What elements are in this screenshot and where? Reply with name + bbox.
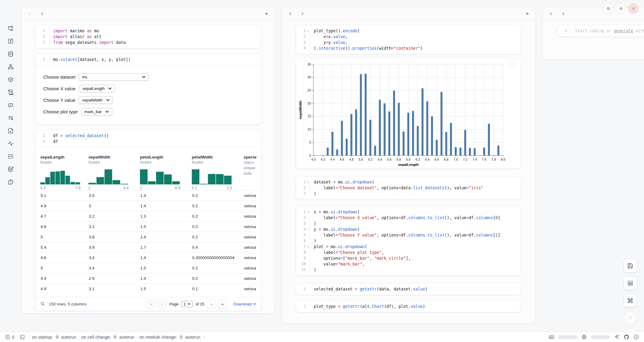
scratchpad-icon[interactable] bbox=[5, 165, 16, 174]
cell-dataset-dropdown[interactable]: 1dataset = mo.ui.dropdown(2 label="Choos… bbox=[296, 176, 521, 199]
cell-empty-editor[interactable]: 1Start coding or generate with bbox=[557, 25, 644, 37]
column-next-button[interactable] bbox=[39, 11, 45, 16]
github-icon[interactable] bbox=[624, 334, 629, 340]
code-line[interactable]: 2import altair as alt bbox=[35, 34, 261, 40]
fold-toggle-icon[interactable] bbox=[306, 179, 310, 185]
column-next-button[interactable] bbox=[300, 11, 305, 16]
cell-plot-type[interactable]: 1plot_type = getattr(alt.Chart(df), plot… bbox=[296, 301, 521, 312]
code-line[interactable]: 1plot_type = getattr(alt.Chart(df), plot… bbox=[296, 304, 521, 309]
code-line[interactable]: 3from vega_datasets import data bbox=[35, 40, 261, 45]
search-icon[interactable] bbox=[40, 301, 45, 306]
bar-chart[interactable]: 4.04.24.44.64.85.05.25.45.65.86.06.26.46… bbox=[298, 60, 521, 167]
table-row[interactable]: 4.42.91.40.2setosa bbox=[40, 273, 257, 283]
activity-pulse-icon[interactable] bbox=[5, 139, 16, 148]
code-snippet-icon[interactable] bbox=[5, 152, 16, 161]
column-header[interactable]: speciesobjectunique:nulls: bbox=[244, 151, 257, 190]
command-palette-button[interactable] bbox=[624, 294, 637, 307]
column-header[interactable]: petalWidthfloat640.12.5 bbox=[192, 151, 244, 190]
code-line[interactable]: 7plot = mo.ui.dropdown( bbox=[296, 244, 521, 250]
settings-gear-button[interactable] bbox=[616, 4, 626, 13]
last-page-button[interactable]: » bbox=[218, 300, 227, 308]
code-line[interactable]: 1import marimo as mo bbox=[35, 28, 261, 34]
prev-page-button[interactable]: ‹ bbox=[158, 300, 166, 308]
fold-toggle-icon[interactable] bbox=[306, 244, 310, 250]
document-icon[interactable] bbox=[5, 126, 16, 135]
code-line[interactable]: 10 value="mark_bar", bbox=[296, 261, 521, 267]
save-button[interactable] bbox=[624, 259, 637, 273]
download-link[interactable]: Download bbox=[233, 302, 256, 306]
on-cell-change-setting[interactable]: on cell change: autorun bbox=[81, 335, 134, 340]
column-prev-button[interactable] bbox=[27, 11, 33, 16]
code-line[interactable]: 3 y=y.value, bbox=[296, 40, 521, 45]
table-row[interactable]: 4.63.11.50.2setosa bbox=[40, 221, 257, 232]
cell-plot-code[interactable]: 1plot_type().encode(2 x=x.value,3 y=y.va… bbox=[296, 25, 521, 54]
on-startup-setting[interactable]: on startup: autorun bbox=[32, 335, 76, 340]
code-line[interactable]: 8 label="Choose plot type", bbox=[296, 250, 521, 255]
function-square-icon[interactable] bbox=[5, 37, 16, 46]
scroll-logs-icon[interactable] bbox=[5, 88, 16, 97]
error-count-icon[interactable]: 0 bbox=[5, 334, 14, 340]
code-line[interactable]: 6) bbox=[296, 238, 521, 244]
code-line[interactable]: 4).interactive().properties(width="conta… bbox=[296, 45, 521, 51]
code-line[interactable]: 1Start coding or generate with bbox=[557, 28, 644, 34]
chart-options-button[interactable] bbox=[508, 60, 517, 68]
first-page-button[interactable]: « bbox=[147, 300, 156, 308]
code-line[interactable]: 5 label="Choose Y value", options=df.col… bbox=[296, 232, 521, 238]
fold-toggle-icon[interactable] bbox=[306, 28, 310, 34]
code-line[interactable]: 3) bbox=[296, 221, 521, 226]
code-line[interactable]: 1df = selected_dataset() bbox=[35, 133, 261, 139]
table-row[interactable]: 4.73.21.30.2setosa bbox=[40, 211, 257, 221]
column-prev-button[interactable] bbox=[288, 11, 293, 16]
code-line[interactable]: 3) bbox=[296, 191, 521, 197]
cell-dataframe[interactable]: 1df = selected_dataset()2df sepalLengthf… bbox=[35, 130, 261, 311]
close-button[interactable] bbox=[628, 4, 638, 13]
table-row[interactable]: 4.931.40.2setosa bbox=[40, 201, 257, 211]
layout-panels-button[interactable] bbox=[624, 276, 637, 290]
column-next-button[interactable] bbox=[560, 11, 566, 16]
code-line[interactable]: 2 label="Choose X value", options=df.col… bbox=[296, 215, 521, 221]
column-header[interactable]: sepalWidthfloat6424.4 bbox=[88, 151, 140, 190]
page-select[interactable]: 1 bbox=[181, 301, 193, 307]
code-line[interactable]: 1mo.vstack([dataset, x, y, plot]) bbox=[35, 57, 261, 62]
cell-vstack[interactable]: 1mo.vstack([dataset, x, y, plot]) Choose… bbox=[35, 54, 261, 124]
package-box-icon[interactable] bbox=[5, 75, 16, 84]
cell-imports[interactable]: 1import marimo as mo2import altair as al… bbox=[35, 25, 261, 48]
dependency-graph-icon[interactable] bbox=[5, 62, 16, 71]
table-row[interactable]: 4.93.11.50.1setosa bbox=[40, 283, 257, 294]
on-module-change-setting[interactable]: on module change: autorun bbox=[140, 335, 206, 340]
code-line[interactable]: 1selected_dataset = getattr(data, datase… bbox=[296, 286, 521, 292]
dropdown-select[interactable]: iris bbox=[79, 73, 149, 81]
dropdown-select[interactable]: sepalWidth bbox=[79, 96, 113, 104]
table-row[interactable]: 5.43.91.70.4setosa bbox=[40, 242, 257, 252]
code-line[interactable]: 11) bbox=[296, 267, 521, 273]
fold-toggle-icon[interactable] bbox=[306, 226, 310, 232]
column-header[interactable]: petalLengthfloat6416.9 bbox=[140, 151, 192, 190]
table-row[interactable]: 53.61.40.2setosa bbox=[40, 232, 257, 242]
next-page-button[interactable]: › bbox=[207, 300, 216, 308]
code-line[interactable]: 1plot_type().encode( bbox=[296, 28, 521, 34]
code-line[interactable]: 1x = mo.ui.dropdown( bbox=[296, 209, 521, 215]
add-cell-button[interactable] bbox=[264, 11, 269, 16]
help-chat-icon[interactable] bbox=[5, 177, 16, 187]
search-list-icon[interactable] bbox=[5, 113, 16, 123]
table-row[interactable]: 4.63.41.40.30000000000000004setosa bbox=[40, 252, 257, 263]
code-line[interactable]: 9 options=["mark_bar", "mark_circle"], bbox=[296, 255, 521, 261]
code-line[interactable]: 2 x=x.value, bbox=[296, 34, 521, 40]
code-line[interactable]: 2df bbox=[35, 139, 261, 144]
database-icon[interactable] bbox=[5, 49, 16, 59]
table-row[interactable]: 5.13.51.40.2setosa bbox=[40, 190, 257, 201]
cell-chart-output[interactable]: 4.04.24.44.64.85.05.25.45.65.86.06.26.46… bbox=[296, 58, 521, 169]
cell-selected-dataset[interactable]: 1selected_dataset = getattr(data, datase… bbox=[296, 283, 521, 295]
column-prev-button[interactable] bbox=[548, 11, 554, 16]
code-line[interactable]: 1dataset = mo.ui.dropdown( bbox=[296, 179, 521, 185]
menu-button[interactable] bbox=[603, 4, 613, 13]
dropdown-select[interactable]: sepalLength bbox=[79, 85, 115, 92]
ai-sparkles-icon[interactable] bbox=[614, 334, 620, 340]
stop-button[interactable] bbox=[624, 311, 637, 324]
chat-bot-icon[interactable] bbox=[5, 101, 16, 110]
dropdown-select[interactable]: mark_bar bbox=[81, 108, 112, 116]
add-cell-button[interactable] bbox=[524, 11, 530, 16]
code-line[interactable]: 4y = mo.ui.dropdown( bbox=[296, 226, 521, 232]
column-header[interactable]: sepalLengthfloat644.37.9 bbox=[40, 151, 88, 190]
cell-xy-plot-dropdowns[interactable]: 1x = mo.ui.dropdown(2 label="Choose X va… bbox=[296, 206, 521, 276]
